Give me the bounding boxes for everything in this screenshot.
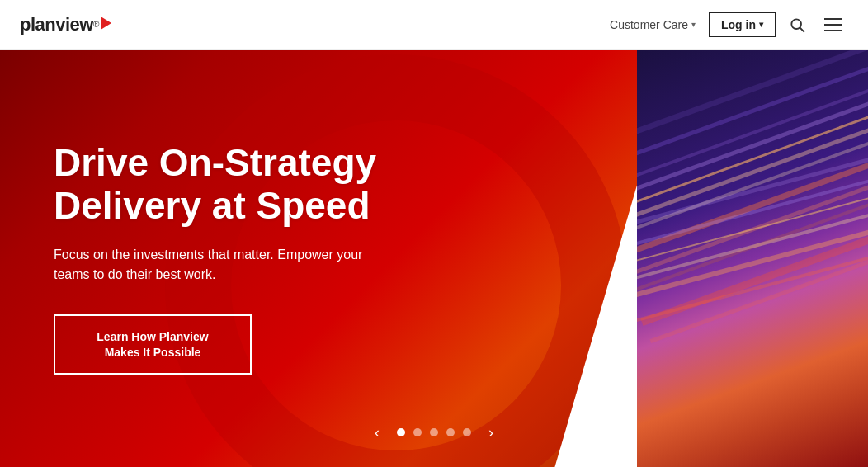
carousel-dot-2[interactable]	[413, 428, 422, 436]
search-icon	[789, 17, 805, 33]
carousel-controls: ‹ ›	[366, 421, 502, 444]
carousel-dot-1[interactable]	[397, 428, 405, 436]
search-button[interactable]	[782, 10, 812, 40]
carousel-prev-button[interactable]: ‹	[366, 421, 389, 444]
login-label: Log in	[721, 18, 756, 31]
nav-right: Customer Care ▾ Log in ▾	[603, 10, 848, 40]
customer-care-label: Customer Care	[610, 18, 688, 31]
hamburger-line-1	[824, 18, 842, 20]
customer-care-menu[interactable]: Customer Care ▾	[603, 13, 702, 36]
logo[interactable]: planview®	[20, 14, 111, 35]
login-chevron-icon: ▾	[759, 20, 763, 29]
hamburger-menu-button[interactable]	[818, 10, 848, 40]
hero-content: Drive On-Strategy Delivery at Speed Focu…	[0, 50, 868, 467]
carousel-dot-3[interactable]	[430, 428, 438, 436]
hamburger-line-3	[824, 30, 842, 31]
logo-registered: ®	[93, 20, 99, 29]
hero-cta-button[interactable]: Learn How Planview Makes It Possible	[54, 314, 252, 374]
hero-title: Drive On-Strategy Delivery at Speed	[54, 142, 466, 227]
carousel-dot-5[interactable]	[463, 428, 471, 436]
carousel-next-button[interactable]: ›	[479, 421, 502, 444]
header: planview® Customer Care ▾ Log in ▾	[0, 0, 868, 50]
hero-subtitle: Focus on the investments that matter. Em…	[54, 245, 400, 285]
carousel-dot-4[interactable]	[446, 428, 455, 436]
hero-section: Drive On-Strategy Delivery at Speed Focu…	[0, 50, 868, 467]
hamburger-line-2	[824, 24, 842, 26]
svg-line-1	[800, 27, 804, 31]
logo-text: planview	[20, 14, 93, 35]
logo-arrow-icon	[101, 17, 111, 30]
login-button[interactable]: Log in ▾	[709, 12, 776, 37]
customer-care-chevron-icon: ▾	[691, 20, 696, 29]
